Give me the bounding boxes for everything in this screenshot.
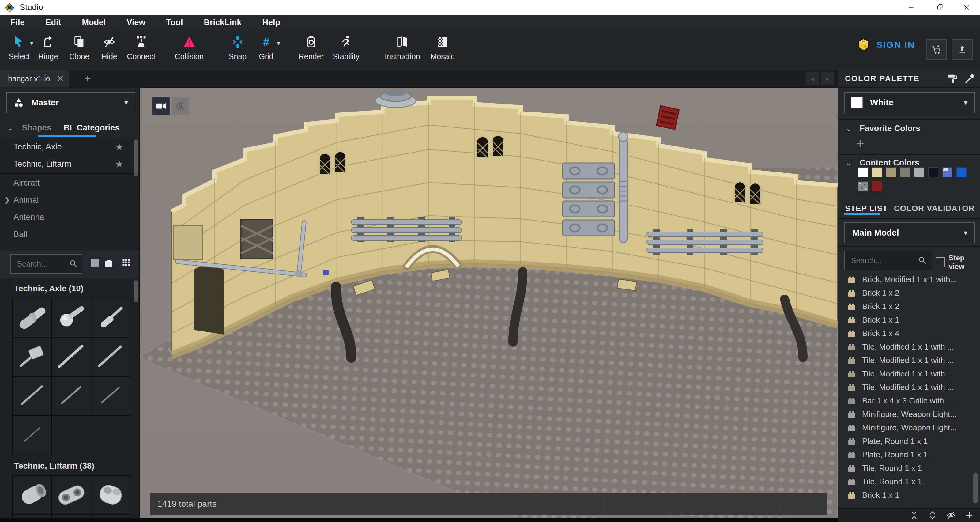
viewport-3d[interactable]: 1419 total parts [140,88,838,522]
toolbar-mosaic-button[interactable]: Mosaic [428,33,457,67]
content-colors-section[interactable]: ⌄ Content Colors [846,158,920,167]
favorite-star-icon[interactable]: ★ [115,159,123,169]
menu-tool[interactable]: Tool [156,15,194,30]
eyedropper-icon[interactable] [964,73,976,85]
toolbar-connect-button[interactable]: Connect [126,33,156,67]
collapse-section-icon[interactable]: ⌄ [7,123,13,133]
tab-step-list[interactable]: STEP LIST [845,204,888,213]
part-thumbnail-pin-connector[interactable] [13,298,52,337]
parts-search-input[interactable] [16,259,66,269]
step-part-row[interactable]: Minifigure, Weapon Light... [838,421,980,434]
step-part-row[interactable]: Brick 1 x 2 [838,286,980,299]
upload-button[interactable] [952,39,973,60]
part-thumbnail-tip-hole[interactable] [52,515,91,518]
toolbar-stability-button[interactable]: Stability [328,33,364,67]
part-thumbnail-axle-block[interactable] [13,337,52,377]
tab-color-validator[interactable]: COLOR VALIDATOR [894,204,975,213]
menu-view[interactable]: View [116,15,156,30]
parts-scrollbar[interactable] [134,280,138,302]
toolbar-hide-button[interactable]: Hide [95,33,124,67]
step-search-input[interactable] [850,256,910,265]
favorite-colors-section[interactable]: ⌄ Favorite Colors [846,124,920,133]
tab-close-icon[interactable]: ✕ [57,73,64,84]
restore-button[interactable] [926,0,954,15]
part-thumbnail-axle-4[interactable] [13,377,52,416]
toolbar-collision-button[interactable]: Collision [172,33,207,67]
part-thumbnail-axle-6[interactable] [52,337,91,377]
favorite-star-icon[interactable]: ★ [115,142,123,152]
new-tab-button[interactable]: + [79,70,96,87]
content-color-swatch[interactable] [872,181,882,191]
step-search-box[interactable] [844,251,931,270]
step-view-toggle[interactable]: Step view [935,254,980,271]
rotation-lock-button[interactable] [172,97,189,115]
step-part-row[interactable]: Brick 1 x 1 [838,488,980,502]
tab-hangar-v1[interactable]: hangar v1.io ✕ [0,70,68,87]
part-thumbnail-tip[interactable] [13,515,52,518]
part-thumbnail-axle-3[interactable] [52,377,91,416]
tab-scroll-left-icon[interactable]: ◂ [805,72,819,85]
part-thumbnail-tip[interactable] [91,515,130,518]
content-color-swatch[interactable] [900,167,910,177]
menu-help[interactable]: Help [252,15,291,30]
add-step-icon[interactable] [964,510,975,520]
collapse-all-icon[interactable] [909,510,920,520]
toolbar-render-button[interactable]: Render [296,33,326,67]
menu-file[interactable]: File [0,15,35,30]
step-part-row[interactable]: Plate, Round 1 x 1 [838,448,980,462]
sign-in-button[interactable]: SIGN IN [856,37,915,52]
part-thumbnail-sleeve[interactable] [13,476,52,515]
model-selector-dropdown[interactable]: Master ▾ [6,92,135,113]
close-button[interactable] [953,0,980,15]
part-list-scrollbar[interactable] [973,473,978,503]
grid-view-icon[interactable] [121,258,132,269]
content-color-swatch[interactable] [872,167,882,177]
content-color-swatch[interactable] [914,167,924,177]
part-thumbnail-axle-5[interactable] [91,337,130,377]
category-technic-liftarm[interactable]: Technic, Liftarm★ [0,155,139,172]
toolbar-instruction-button[interactable]: Instruction [385,33,420,67]
step-view-checkbox[interactable] [935,257,945,267]
toolbar-grid-button[interactable]: #▾Grid [251,33,281,67]
toolbar-clone-button[interactable]: Clone [65,33,94,67]
brick-view-icon[interactable] [103,258,114,269]
step-part-row[interactable]: Tile, Modified 1 x 1 with ... [838,380,980,394]
content-color-swatch[interactable] [886,167,896,177]
toolbar-snap-button[interactable]: Snap [223,33,252,67]
part-thumbnail-axle-stud[interactable] [91,298,130,337]
step-part-row[interactable]: Brick 1 x 4 [838,326,980,340]
step-part-row[interactable]: Brick, Modified 1 x 1 with... [838,273,980,286]
tab-scroll-right-icon[interactable]: ▸ [821,72,834,85]
step-part-row[interactable]: Plate, Round 1 x 1 [838,434,980,448]
category-animal[interactable]: ❯Animal [0,191,139,208]
content-color-swatch[interactable] [928,167,939,177]
step-part-row[interactable]: Bar 1 x 4 x 3 Grille with ... [838,394,980,407]
menu-bricklink[interactable]: BrickLink [194,15,252,30]
part-thumbnail-axle-2[interactable] [91,377,130,416]
model-scope-dropdown[interactable]: Main Model ▾ [844,223,975,243]
category-ball[interactable]: Ball [0,226,139,243]
step-part-row[interactable]: Tile, Modified 1 x 1 with ... [838,340,980,353]
part-thumbnail-ball-pin[interactable] [52,298,91,337]
camera-view-button[interactable] [152,97,170,115]
minimize-button[interactable] [897,0,925,15]
step-part-row[interactable]: Tile, Modified 1 x 1 with ... [838,367,980,380]
paint-roller-icon[interactable] [947,73,959,85]
cart-button[interactable] [926,39,947,60]
parts-search-box[interactable] [10,254,83,274]
content-color-swatch[interactable] [858,167,868,177]
menu-edit[interactable]: Edit [35,15,72,30]
color-swatch-toggle-icon[interactable] [89,258,100,269]
step-part-row[interactable]: Brick 1 x 2 [838,299,980,313]
step-part-row[interactable]: Minifigure, Weapon Light... [838,407,980,421]
step-part-row[interactable]: Tile, Round 1 x 1 [838,462,980,475]
tab-shapes[interactable]: Shapes [22,123,51,133]
step-part-row[interactable]: Tile, Round 1 x 1 [838,475,980,488]
category-aircraft[interactable]: Aircraft [0,174,139,191]
toolbar-hinge-button[interactable]: Hinge [33,33,63,67]
content-color-swatch[interactable] [956,167,967,177]
tab-bl-categories[interactable]: BL Categories [64,123,120,133]
hide-part-icon[interactable] [946,510,956,520]
part-thumbnail-axle-1[interactable] [13,416,52,455]
content-color-swatch[interactable] [942,167,953,177]
